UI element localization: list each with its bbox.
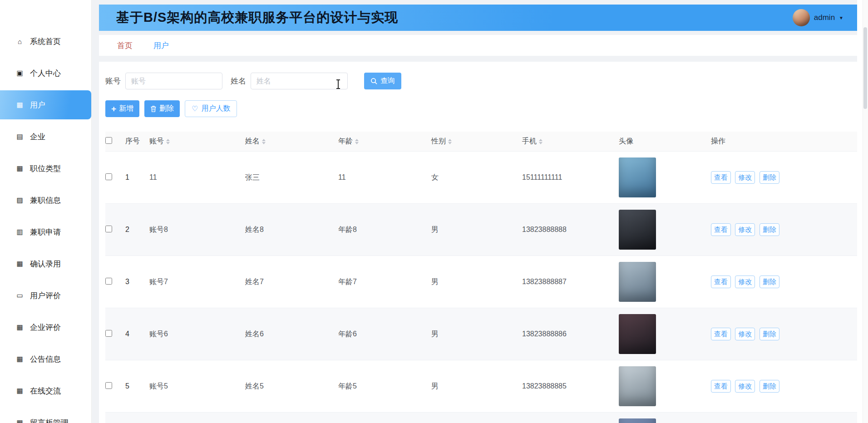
sidebar-item-hire-confirm[interactable]: ▦ 确认录用 — [0, 248, 91, 280]
column-header-actions[interactable]: 操作 — [711, 137, 857, 146]
edit-button[interactable]: 修改 — [735, 223, 755, 236]
row-delete-button[interactable]: 删除 — [760, 223, 779, 236]
user-menu[interactable]: admin ▼ — [793, 9, 843, 26]
sort-caret-icon[interactable] — [262, 139, 266, 144]
column-header-avatar[interactable]: 头像 — [619, 137, 711, 146]
caret-down-icon: ▼ — [839, 15, 843, 20]
sidebar-item-label: 职位类型 — [30, 163, 61, 174]
tab-user[interactable]: 用户 — [153, 40, 169, 51]
user-avatar-icon — [793, 9, 810, 26]
sidebar-item-label: 兼职申请 — [30, 227, 61, 237]
tab-home[interactable]: 首页 — [117, 40, 133, 51]
add-button[interactable]: + 新增 — [105, 100, 139, 117]
view-button[interactable]: 查看 — [711, 223, 731, 236]
cell-gender: 男 — [431, 225, 522, 235]
row-avatar-image — [619, 366, 656, 406]
column-header-phone[interactable]: 手机 — [522, 137, 619, 146]
view-button[interactable]: 查看 — [711, 275, 731, 288]
grid-icon: ▦ — [15, 323, 24, 331]
table-row: 4 账号6 姓名6 年龄6 男 13823888886 查看 修改 删除 — [105, 308, 857, 360]
column-header-gender[interactable]: 性别 — [431, 137, 522, 146]
content-panel: 账号 姓名 查询 + 新增 删除 — [99, 62, 857, 423]
cell-name: 姓名8 — [245, 225, 338, 235]
column-header-no[interactable]: 序号 — [125, 137, 149, 146]
row-checkbox[interactable] — [105, 173, 112, 180]
add-button-label: 新增 — [119, 104, 133, 113]
sidebar-item-label: 企业评价 — [30, 322, 61, 333]
cell-phone: 13823888887 — [522, 278, 619, 286]
edit-square-icon: ▨ — [15, 196, 24, 204]
edit-button[interactable]: 修改 — [735, 275, 755, 288]
sort-caret-icon[interactable] — [448, 139, 452, 144]
column-header-name[interactable]: 姓名 — [245, 137, 338, 146]
sidebar-item-job-apply[interactable]: ▥ 兼职申请 — [0, 216, 91, 248]
sidebar-item-company-review[interactable]: ▦ 企业评价 — [0, 311, 91, 343]
sidebar-item-profile[interactable]: ▣ 个人中心 — [0, 57, 91, 89]
view-button[interactable]: 查看 — [711, 380, 731, 393]
cell-account: 账号8 — [149, 225, 245, 235]
sidebar-item-label: 系统首页 — [30, 36, 61, 47]
sidebar-item-home[interactable]: ⌂ 系统首页 — [0, 25, 91, 57]
sidebar-item-job-info[interactable]: ▨ 兼职信息 — [0, 184, 91, 216]
column-header-account[interactable]: 账号 — [149, 137, 245, 146]
username-label: admin — [814, 13, 835, 22]
row-delete-button[interactable]: 删除 — [760, 275, 779, 288]
grid-icon: ▦ — [15, 260, 24, 268]
cell-account: 账号6 — [149, 330, 245, 339]
cell-account: 账号7 — [149, 277, 245, 287]
monitor-icon: ▭ — [15, 291, 24, 300]
heart-icon: ♡ — [192, 105, 198, 113]
company-icon: ▤ — [15, 133, 24, 141]
sort-caret-icon[interactable] — [539, 139, 542, 144]
sidebar-item-company[interactable]: ▤ 企业 — [0, 121, 91, 152]
sidebar-item-label: 在线交流 — [30, 386, 61, 396]
search-icon — [370, 78, 377, 84]
cell-gender: 女 — [431, 173, 522, 182]
edit-button[interactable]: 修改 — [735, 380, 755, 393]
sidebar-item-announcement[interactable]: ▦ 公告信息 — [0, 343, 91, 375]
row-checkbox[interactable] — [105, 330, 112, 337]
row-delete-button[interactable]: 删除 — [760, 328, 779, 340]
grid-icon: ▦ — [15, 355, 24, 363]
scrollbar-thumb[interactable] — [863, 27, 867, 109]
sidebar-item-job-type[interactable]: ▦ 职位类型 — [0, 152, 91, 184]
view-button[interactable]: 查看 — [711, 328, 731, 340]
cell-age: 11 — [338, 173, 431, 182]
sort-caret-icon[interactable] — [166, 139, 170, 144]
table-row: 5 账号5 姓名5 年龄5 男 13823888885 查看 修改 删除 — [105, 360, 857, 413]
user-count-button-label: 用户人数 — [201, 104, 230, 113]
plus-icon: + — [111, 104, 116, 113]
grid-icon: ▦ — [15, 418, 24, 423]
row-checkbox[interactable] — [105, 278, 112, 285]
name-input[interactable] — [251, 73, 348, 89]
sidebar-item-message-board[interactable]: ▦ 留言板管理 — [0, 407, 91, 423]
column-header-age[interactable]: 年龄 — [338, 137, 431, 146]
edit-button[interactable]: 修改 — [735, 328, 755, 340]
cell-name: 姓名5 — [245, 382, 338, 391]
edit-button[interactable]: 修改 — [735, 171, 755, 184]
row-avatar-image — [619, 210, 656, 250]
account-input[interactable] — [125, 73, 222, 89]
delete-button[interactable]: 删除 — [144, 100, 180, 117]
select-all-checkbox[interactable] — [105, 137, 112, 144]
sidebar-item-user[interactable]: ▦ 用户 — [0, 90, 91, 119]
view-button[interactable]: 查看 — [711, 171, 731, 184]
sort-caret-icon[interactable] — [355, 139, 359, 144]
row-delete-button[interactable]: 删除 — [760, 380, 779, 393]
sidebar-item-online-chat[interactable]: ▦ 在线交流 — [0, 375, 91, 407]
scrollbar-track[interactable] — [863, 0, 868, 423]
row-delete-button[interactable]: 删除 — [760, 171, 779, 184]
search-form: 账号 姓名 查询 — [105, 73, 857, 89]
sidebar-item-label: 用户 — [30, 100, 45, 110]
cell-age: 年龄5 — [338, 382, 431, 391]
row-checkbox[interactable] — [105, 226, 112, 232]
main-area: 基于B/S架构的高校兼职服务平台的设计与实现 admin ▼ 首页 用户 账号 … — [92, 0, 857, 423]
table-row: 2 账号8 姓名8 年龄8 男 13823888888 查看 修改 删除 — [105, 204, 857, 256]
cell-name: 姓名6 — [245, 330, 338, 339]
table-row: 1 11 张三 11 女 15111111111 查看 修改 删除 — [105, 152, 857, 204]
row-checkbox[interactable] — [105, 382, 112, 389]
user-count-button[interactable]: ♡ 用户人数 — [185, 100, 237, 117]
sidebar-item-user-review[interactable]: ▭ 用户评价 — [0, 280, 91, 311]
query-button[interactable]: 查询 — [364, 73, 401, 89]
sidebar-item-label: 公告信息 — [30, 354, 61, 364]
